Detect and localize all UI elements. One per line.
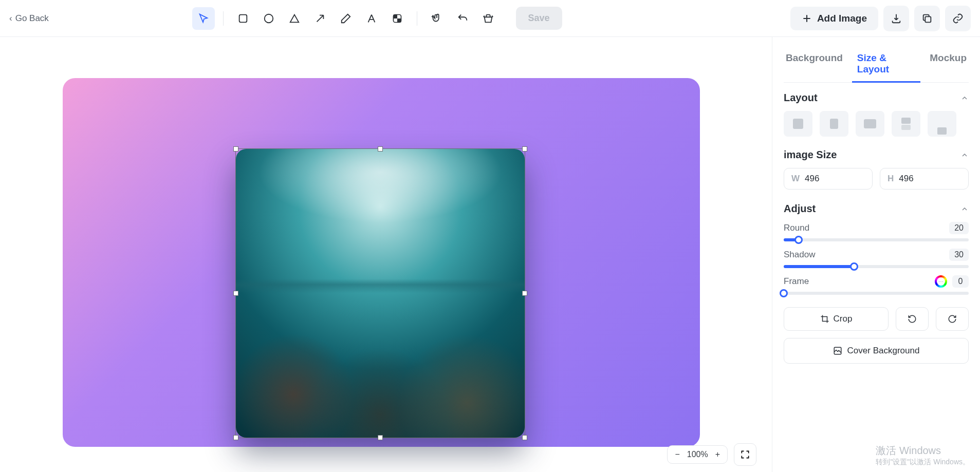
triangle-tool[interactable] <box>283 7 305 30</box>
top-toolbar: ‹ Go Back Save Add Image <box>0 0 980 37</box>
image-size-title: image Size <box>784 149 837 161</box>
link-button[interactable] <box>945 6 971 31</box>
adjust-section-header[interactable]: Adjust <box>784 203 969 215</box>
layout-title: Layout <box>784 92 818 104</box>
cover-label: Cover Background <box>847 346 920 356</box>
svg-rect-4 <box>397 18 401 23</box>
resize-handle-nw[interactable] <box>233 146 238 152</box>
round-value: 20 <box>949 222 969 234</box>
layout-option-1[interactable] <box>784 111 812 137</box>
rectangle-tool[interactable] <box>231 7 254 30</box>
cover-background-button[interactable]: Cover Background <box>784 338 969 364</box>
shadow-slider[interactable] <box>784 265 969 268</box>
layout-option-5[interactable] <box>928 111 956 137</box>
tab-size-layout[interactable]: Size & Layout <box>855 46 917 82</box>
crop-label: Crop <box>834 314 853 324</box>
frame-slider-thumb[interactable] <box>780 289 788 297</box>
svg-rect-0 <box>239 14 247 22</box>
frame-color-button[interactable]: ⋯ <box>935 275 947 288</box>
frame-value: 0 <box>952 275 969 288</box>
save-button: Save <box>515 7 562 30</box>
frame-slider-row: Frame ⋯ 0 <box>784 275 969 295</box>
text-tool[interactable] <box>360 7 382 30</box>
tool-group: Save <box>192 7 562 30</box>
layout-options <box>784 111 969 137</box>
separator <box>223 11 223 26</box>
crop-button[interactable]: Crop <box>784 307 889 331</box>
pencil-tool[interactable] <box>334 7 357 30</box>
go-back-button[interactable]: ‹ Go Back <box>9 13 49 24</box>
chevron-up-icon <box>960 94 969 102</box>
width-field[interactable]: W <box>784 168 873 190</box>
tab-background[interactable]: Background <box>784 46 845 82</box>
shadow-label: Shadow <box>784 250 815 260</box>
image-content <box>236 149 525 438</box>
toolbar-right: Add Image <box>790 6 971 31</box>
resize-handle-e[interactable] <box>522 291 527 296</box>
resize-handle-ne[interactable] <box>522 146 527 152</box>
properties-panel: Background Size & Layout Mockup Layout i… <box>772 37 980 472</box>
rotate-ccw-button[interactable] <box>896 307 929 331</box>
round-slider-row: Round 20 <box>784 222 969 241</box>
canvas-area[interactable]: − 100% + <box>0 37 772 472</box>
zoom-pill: − 100% + <box>667 445 728 464</box>
round-slider[interactable] <box>784 238 969 241</box>
action-row: Crop <box>784 307 969 331</box>
chevron-left-icon: ‹ <box>9 13 12 24</box>
download-button[interactable] <box>883 6 909 31</box>
windows-watermark: 激活 Windows 转到"设置"以激活 Windows。 <box>876 444 970 467</box>
hand-tool[interactable] <box>425 7 448 30</box>
image-size-section-header[interactable]: image Size <box>784 149 969 161</box>
copy-button[interactable] <box>914 6 940 31</box>
cover-icon <box>833 346 842 355</box>
height-field[interactable]: H <box>880 168 969 190</box>
frame-slider[interactable] <box>784 292 969 295</box>
zoom-out-button[interactable]: − <box>675 450 679 459</box>
layout-option-2[interactable] <box>820 111 848 137</box>
width-input[interactable] <box>805 174 865 184</box>
shadow-slider-thumb[interactable] <box>850 262 858 271</box>
fullscreen-button[interactable] <box>734 443 756 466</box>
resize-handle-s[interactable] <box>378 435 383 440</box>
zoom-in-button[interactable]: + <box>715 450 720 459</box>
watermark-sub: 转到"设置"以激活 Windows。 <box>876 458 970 467</box>
watermark-title: 激活 Windows <box>876 444 970 458</box>
layout-option-3[interactable] <box>856 111 884 137</box>
plus-icon <box>802 13 812 24</box>
resize-handle-se[interactable] <box>522 435 527 440</box>
svg-point-1 <box>264 14 273 23</box>
layout-option-4[interactable] <box>892 111 920 137</box>
panel-tabs: Background Size & Layout Mockup <box>784 46 969 83</box>
main-area: − 100% + Background Size & Layout Mockup… <box>0 37 980 472</box>
cursor-tool[interactable] <box>192 7 214 30</box>
shadow-value: 30 <box>949 249 969 261</box>
crop-icon <box>820 314 829 324</box>
resize-handle-sw[interactable] <box>233 435 238 440</box>
delete-button[interactable] <box>476 7 499 30</box>
adjust-title: Adjust <box>784 203 816 215</box>
checker-tool[interactable] <box>385 7 408 30</box>
svg-rect-5 <box>925 16 931 22</box>
frame-label: Frame <box>784 276 809 287</box>
resize-handle-w[interactable] <box>233 291 238 296</box>
height-label: H <box>887 174 894 184</box>
separator <box>416 11 417 26</box>
tab-mockup[interactable]: Mockup <box>928 46 969 82</box>
round-slider-thumb[interactable] <box>794 236 803 244</box>
rotate-cw-button[interactable] <box>936 307 969 331</box>
height-input[interactable] <box>899 174 961 184</box>
circle-tool[interactable] <box>257 7 280 30</box>
svg-rect-3 <box>393 14 397 18</box>
chevron-up-icon <box>960 151 969 159</box>
selected-image[interactable] <box>236 149 525 438</box>
layout-section-header[interactable]: Layout <box>784 92 969 104</box>
add-image-button[interactable]: Add Image <box>790 7 878 30</box>
add-image-label: Add Image <box>817 13 867 24</box>
width-label: W <box>791 174 800 184</box>
undo-button[interactable] <box>451 7 473 30</box>
go-back-label: Go Back <box>15 13 49 24</box>
arrow-tool[interactable] <box>308 7 331 30</box>
shadow-slider-row: Shadow 30 <box>784 249 969 268</box>
image-size-fields: W H <box>784 168 969 190</box>
resize-handle-n[interactable] <box>378 146 383 152</box>
